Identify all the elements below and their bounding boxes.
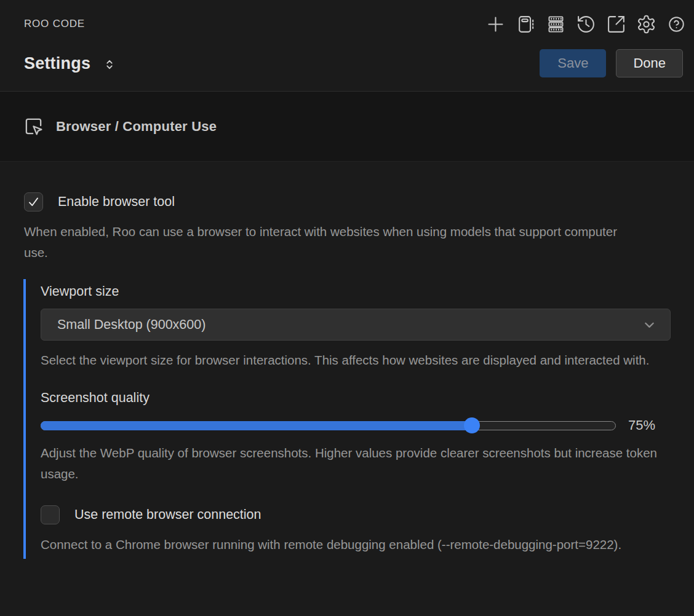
settings-header-row: Settings Save Done <box>0 39 694 91</box>
section-picker-toggle[interactable] <box>103 57 116 73</box>
enable-browser-tool-label: Enable browser tool <box>58 194 175 210</box>
new-task-button[interactable] <box>484 13 507 36</box>
screenshot-quality-row: 75% <box>41 417 694 433</box>
screenshot-quality-value: 75% <box>628 417 655 433</box>
browser-computer-use-icon <box>24 117 43 136</box>
top-bar: ROO CODE <box>0 0 694 39</box>
screenshot-quality-label: Screenshot quality <box>41 390 694 406</box>
remote-browser-row: Use remote browser connection <box>41 505 694 524</box>
page-title: Settings <box>24 54 90 73</box>
enable-browser-tool-description: When enabled, Roo can use a browser to i… <box>24 221 639 263</box>
mcp-servers-button[interactable] <box>544 13 567 36</box>
toolbar <box>484 13 688 36</box>
screenshot-quality-fill <box>41 421 471 430</box>
app-title: ROO CODE <box>24 18 85 30</box>
browser-settings-group: Viewport size Small Desktop (900x600) Se… <box>23 279 694 559</box>
gear-icon <box>636 14 656 34</box>
open-in-editor-icon <box>606 14 626 34</box>
plus-icon <box>485 14 506 34</box>
check-icon <box>27 195 40 208</box>
section-header-browser-computer-use: Browser / Computer Use <box>0 92 694 162</box>
history-icon <box>576 14 596 34</box>
history-button[interactable] <box>575 13 597 36</box>
help-button[interactable] <box>665 13 688 36</box>
enable-browser-tool-checkbox[interactable] <box>24 192 43 211</box>
section-content: Enable browser tool When enabled, Roo ca… <box>0 192 694 559</box>
open-in-editor-button[interactable] <box>605 13 628 36</box>
viewport-size-value: Small Desktop (900x600) <box>57 317 205 333</box>
screenshot-quality-thumb[interactable] <box>464 417 480 433</box>
settings-button[interactable] <box>635 13 658 36</box>
enable-browser-tool-row: Enable browser tool <box>24 192 670 211</box>
mcp-servers-icon <box>546 14 566 34</box>
viewport-size-description: Select the viewport size for browser int… <box>41 350 659 371</box>
chevron-up-down-icon <box>103 57 116 73</box>
roo-code-settings-panel: ROO CODE <box>0 0 694 559</box>
screenshot-quality-slider[interactable] <box>41 421 616 430</box>
remote-browser-description: Connect to a Chrome browser running with… <box>41 534 622 555</box>
save-button[interactable]: Save <box>540 49 606 77</box>
viewport-size-label: Viewport size <box>41 284 694 299</box>
prompts-button[interactable] <box>514 13 537 36</box>
done-button[interactable]: Done <box>616 49 683 77</box>
screenshot-quality-description: Adjust the WebP quality of browser scree… <box>41 443 659 484</box>
section-title: Browser / Computer Use <box>56 119 217 135</box>
chevron-down-icon <box>641 317 658 333</box>
remote-browser-label: Use remote browser connection <box>74 507 261 523</box>
viewport-size-select[interactable]: Small Desktop (900x600) <box>41 309 671 341</box>
help-icon <box>668 15 685 33</box>
remote-browser-checkbox[interactable] <box>41 505 60 524</box>
prompts-icon <box>516 14 536 34</box>
